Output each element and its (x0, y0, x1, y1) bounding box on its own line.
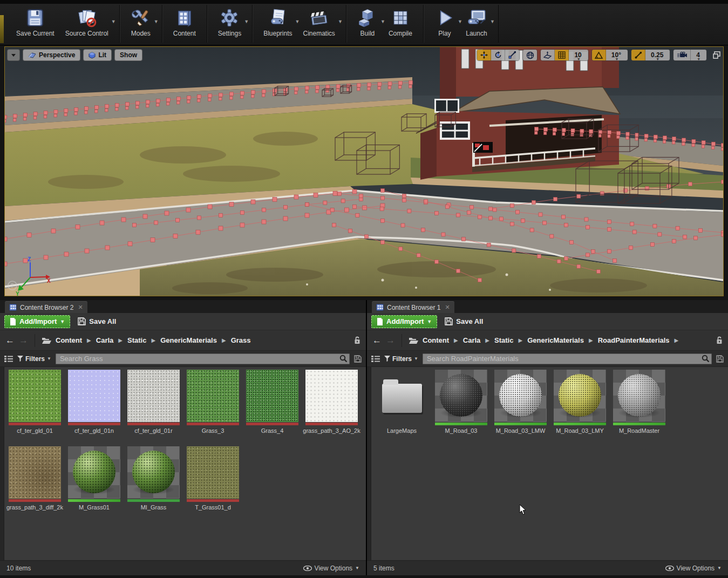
close-tab-icon[interactable]: ✕ (445, 304, 450, 311)
save-all-button[interactable]: Save All (78, 317, 116, 325)
asset-tile[interactable]: LargeMaps (376, 370, 428, 442)
tab-content-browser-1[interactable]: Content Browser 1 ✕ (372, 301, 454, 313)
path-bar: ← → Content▶Carla▶Static▶GenericMaterial… (0, 330, 366, 351)
billboard-sprite[interactable] (473, 142, 493, 153)
breadcrumb-item[interactable]: Carla (96, 336, 114, 344)
back-button[interactable]: ← (372, 336, 382, 345)
launch-button[interactable]: Launch ▼ (460, 5, 493, 43)
show-button[interactable]: Show (114, 49, 142, 61)
breadcrumb-item[interactable]: Grass (231, 336, 251, 344)
asset-tile[interactable]: cf_ter_gld_01r (127, 370, 180, 442)
asset-tile[interactable]: M_Road_03 (435, 370, 487, 442)
asset-tile[interactable]: M_Road_03_LMW (494, 370, 547, 442)
content-browser-2-panel: Content Browser 2 ✕ Add/Import ▼ Save Al… (0, 300, 366, 575)
chevron-down-icon[interactable]: ▼ (111, 19, 116, 24)
cinematics-button[interactable]: Cinematics ▼ (298, 5, 341, 43)
viewport-options-button[interactable] (7, 49, 20, 61)
save-current-label: Save Current (16, 30, 55, 37)
search-input[interactable] (423, 353, 712, 364)
launch-icon (466, 7, 487, 29)
grid-snap-toggle[interactable] (555, 50, 569, 60)
world-space-button[interactable] (523, 50, 537, 60)
scale-snap-value[interactable]: 0.25▼ (645, 50, 670, 60)
asset-tile[interactable]: grass_path_3_diff_2k (9, 446, 61, 519)
breadcrumb-item[interactable]: Static (494, 336, 513, 344)
asset-tile[interactable]: grass_path_3_AO_2k (305, 370, 358, 442)
breadcrumb-item[interactable]: Content (56, 336, 82, 344)
filters-button[interactable]: Filters ▼ (384, 355, 418, 363)
perspective-button[interactable]: Perspective (23, 49, 80, 61)
compile-button[interactable]: Compile (383, 5, 418, 43)
close-tab-icon[interactable]: ✕ (78, 304, 83, 311)
surface-snap-button[interactable] (541, 50, 555, 60)
add-import-button[interactable]: Add/Import ▼ (4, 315, 70, 328)
camera-speed-button[interactable] (673, 50, 691, 60)
breadcrumb-item[interactable]: RoadPainterMaterials (598, 336, 670, 344)
asset-tile[interactable]: T_Grass01_d (187, 446, 239, 519)
asset-name: grass_path_3_diff_2k (5, 504, 65, 511)
sources-panel-toggle-icon[interactable] (4, 355, 13, 363)
rotation-snap-toggle[interactable] (592, 50, 606, 60)
asset-tile[interactable]: cf_ter_gld_01 (9, 370, 61, 442)
asset-tile[interactable]: Grass_4 (246, 370, 298, 442)
source-control-button[interactable]: Source Control ▼ (60, 5, 114, 43)
chevron-down-icon[interactable]: ▼ (338, 19, 343, 24)
scale-tool-button[interactable] (505, 50, 519, 60)
lock-icon[interactable] (354, 336, 360, 344)
asset-tile[interactable]: M_RoadMaster (613, 370, 665, 442)
collapsed-sources-strip[interactable] (367, 367, 371, 560)
build-button[interactable]: Build ▼ (352, 5, 383, 43)
rotation-snap-value[interactable]: 10°▼ (606, 50, 628, 60)
save-current-button[interactable]: Save Current (11, 5, 60, 43)
filters-button[interactable]: Filters ▼ (17, 355, 51, 363)
source-control-icon (76, 7, 98, 29)
search-input[interactable] (56, 353, 350, 364)
level-viewport[interactable]: Z X Y ? Perspective Lit (4, 46, 724, 296)
settings-button[interactable]: Settings ▼ (213, 5, 247, 43)
perspective-label: Perspective (39, 51, 75, 59)
maximize-viewport-button[interactable] (712, 51, 721, 59)
viewport-toolbar: Perspective Lit Show 10▼ (7, 49, 721, 62)
collapsed-sources-strip[interactable] (0, 367, 4, 560)
asset-tile[interactable]: Grass_3 (187, 370, 239, 442)
grid-snap-value[interactable]: 10▼ (569, 50, 588, 60)
rotate-tool-button[interactable] (491, 50, 505, 60)
breadcrumb-arrow-icon: ▶ (454, 337, 458, 343)
tab-content-browser-2[interactable]: Content Browser 2 ✕ (5, 301, 87, 313)
asset-type-bar (494, 423, 547, 425)
breadcrumb-item[interactable]: Carla (463, 336, 481, 344)
breadcrumb-item[interactable]: GenericMaterials (527, 336, 584, 344)
breadcrumb-item[interactable]: Content (423, 336, 449, 344)
rotate-icon (494, 51, 502, 59)
chevron-down-icon[interactable]: ▼ (490, 19, 495, 24)
chevron-down-icon[interactable]: ▼ (244, 19, 249, 24)
asset-tile[interactable]: M_Road_03_LMY (554, 370, 606, 442)
camera-speed-value[interactable]: 4▼ (691, 50, 706, 60)
save-all-button[interactable]: Save All (445, 317, 483, 325)
scale-snap-toggle[interactable] (631, 50, 645, 60)
breadcrumb-item[interactable]: Static (127, 336, 146, 344)
asset-tile[interactable]: cf_ter_gld_01n (68, 370, 120, 442)
add-import-button[interactable]: Add/Import ▼ (371, 315, 437, 328)
save-search-icon[interactable] (354, 355, 362, 363)
forward-button[interactable]: → (386, 336, 395, 345)
view-options-button[interactable]: View Options ▼ (665, 565, 722, 572)
move-tool-button[interactable] (477, 50, 491, 60)
asset-tile[interactable]: MI_Grass (127, 446, 180, 519)
separator (402, 334, 402, 347)
blueprints-icon (268, 7, 288, 29)
breadcrumb-item[interactable]: GenericMaterials (160, 336, 217, 344)
back-button[interactable]: ← (5, 336, 15, 345)
lit-button[interactable]: Lit (83, 49, 112, 61)
asset-tile[interactable]: M_Grass01 (68, 446, 120, 519)
content-button[interactable]: Content (168, 5, 201, 43)
lock-icon[interactable] (716, 336, 723, 344)
play-button[interactable]: Play ▼ (429, 5, 460, 43)
modes-button[interactable]: Modes ▼ (125, 5, 157, 43)
forward-button[interactable]: → (19, 336, 28, 345)
view-options-button[interactable]: View Options ▼ (303, 565, 359, 572)
save-search-icon[interactable] (716, 355, 724, 363)
sources-panel-toggle-icon[interactable] (371, 355, 380, 363)
blueprints-button[interactable]: Blueprints ▼ (258, 5, 297, 43)
chevron-down-icon[interactable]: ▼ (154, 19, 159, 24)
